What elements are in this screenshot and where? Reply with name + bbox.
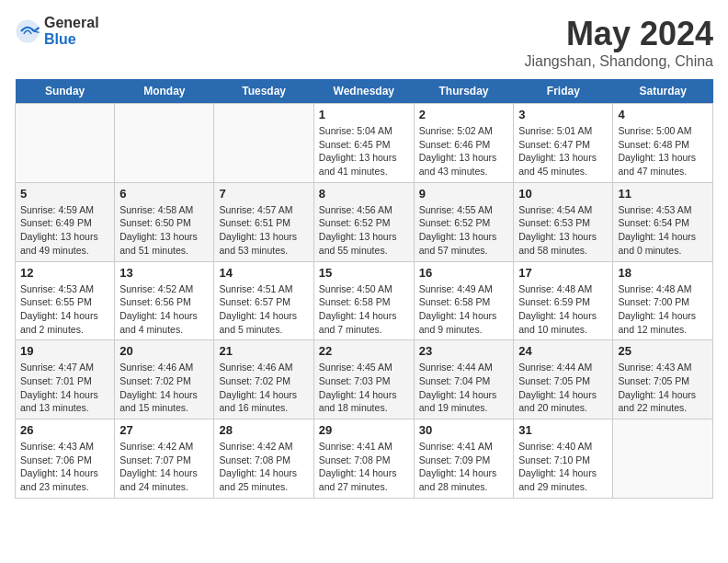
- day-headers-row: SundayMondayTuesdayWednesdayThursdayFrid…: [16, 79, 713, 104]
- cell-info: Sunrise: 4:46 AM Sunset: 7:02 PM Dayligh…: [119, 361, 209, 415]
- cell-info: Sunrise: 4:47 AM Sunset: 7:01 PM Dayligh…: [20, 361, 109, 415]
- cell-info: Sunrise: 4:48 AM Sunset: 6:59 PM Dayligh…: [518, 282, 608, 337]
- cell-info: Sunrise: 4:53 AM Sunset: 6:54 PM Dayligh…: [618, 203, 708, 258]
- cell-info: Sunrise: 4:56 AM Sunset: 6:52 PM Dayligh…: [319, 203, 409, 258]
- calendar-cell: 21Sunrise: 4:46 AM Sunset: 7:02 PM Dayli…: [214, 340, 313, 419]
- date-number: 7: [219, 187, 308, 201]
- logo-general-text: General: [44, 15, 99, 31]
- header: General Blue May 2024 Jiangshan, Shandon…: [15, 15, 713, 70]
- logo-blue-text: Blue: [44, 31, 99, 48]
- date-number: 14: [219, 266, 308, 280]
- week-row-5: 26Sunrise: 4:43 AM Sunset: 7:06 PM Dayli…: [16, 419, 713, 499]
- cell-info: Sunrise: 4:43 AM Sunset: 7:05 PM Dayligh…: [618, 361, 708, 415]
- cell-info: Sunrise: 4:43 AM Sunset: 7:06 PM Dayligh…: [20, 440, 109, 494]
- calendar-cell: 24Sunrise: 4:44 AM Sunset: 7:05 PM Dayli…: [514, 340, 613, 419]
- calendar-cell: 1Sunrise: 5:04 AM Sunset: 6:45 PM Daylig…: [313, 104, 414, 183]
- date-number: 16: [419, 266, 509, 280]
- cell-info: Sunrise: 5:00 AM Sunset: 6:48 PM Dayligh…: [618, 124, 708, 178]
- date-number: 30: [419, 423, 509, 437]
- calendar-cell: 30Sunrise: 4:41 AM Sunset: 7:09 PM Dayli…: [414, 419, 514, 499]
- date-number: 12: [20, 266, 109, 280]
- main-title: May 2024: [525, 15, 714, 53]
- calendar-cell: 8Sunrise: 4:56 AM Sunset: 6:52 PM Daylig…: [313, 182, 414, 261]
- calendar-cell: 19Sunrise: 4:47 AM Sunset: 7:01 PM Dayli…: [16, 340, 115, 419]
- calendar-cell: 9Sunrise: 4:55 AM Sunset: 6:52 PM Daylig…: [414, 182, 514, 261]
- cell-info: Sunrise: 4:57 AM Sunset: 6:51 PM Dayligh…: [219, 203, 308, 258]
- calendar-cell: 6Sunrise: 4:58 AM Sunset: 6:50 PM Daylig…: [115, 182, 214, 261]
- date-number: 22: [319, 344, 409, 358]
- date-number: 28: [219, 423, 308, 437]
- week-row-2: 5Sunrise: 4:59 AM Sunset: 6:49 PM Daylig…: [16, 182, 713, 261]
- calendar-cell: 23Sunrise: 4:44 AM Sunset: 7:04 PM Dayli…: [414, 340, 514, 419]
- calendar-cell: 4Sunrise: 5:00 AM Sunset: 6:48 PM Daylig…: [613, 104, 713, 183]
- calendar-cell: 28Sunrise: 4:42 AM Sunset: 7:08 PM Dayli…: [214, 419, 313, 499]
- cell-info: Sunrise: 4:54 AM Sunset: 6:53 PM Dayligh…: [518, 203, 608, 258]
- cell-info: Sunrise: 4:40 AM Sunset: 7:10 PM Dayligh…: [518, 440, 608, 494]
- title-area: May 2024 Jiangshan, Shandong, China: [525, 15, 714, 70]
- cell-info: Sunrise: 4:41 AM Sunset: 7:09 PM Dayligh…: [419, 440, 509, 494]
- cell-info: Sunrise: 4:51 AM Sunset: 6:57 PM Dayligh…: [219, 282, 308, 337]
- date-number: 5: [20, 187, 109, 201]
- cell-info: Sunrise: 4:42 AM Sunset: 7:07 PM Dayligh…: [119, 440, 209, 494]
- date-number: 23: [419, 344, 509, 358]
- cell-info: Sunrise: 5:01 AM Sunset: 6:47 PM Dayligh…: [518, 124, 608, 178]
- cell-info: Sunrise: 4:59 AM Sunset: 6:49 PM Dayligh…: [20, 203, 109, 258]
- date-number: 24: [518, 344, 608, 358]
- day-header-tuesday: Tuesday: [214, 79, 313, 104]
- day-header-sunday: Sunday: [16, 79, 115, 104]
- cell-info: Sunrise: 4:42 AM Sunset: 7:08 PM Dayligh…: [219, 440, 308, 494]
- calendar-cell: [613, 419, 713, 499]
- calendar-cell: 12Sunrise: 4:53 AM Sunset: 6:55 PM Dayli…: [16, 261, 115, 340]
- cell-info: Sunrise: 4:52 AM Sunset: 6:56 PM Dayligh…: [119, 282, 209, 337]
- calendar-cell: 14Sunrise: 4:51 AM Sunset: 6:57 PM Dayli…: [214, 261, 313, 340]
- date-number: 21: [219, 344, 308, 358]
- logo-icon: [15, 18, 40, 44]
- day-header-saturday: Saturday: [613, 79, 713, 104]
- calendar-cell: 7Sunrise: 4:57 AM Sunset: 6:51 PM Daylig…: [214, 182, 313, 261]
- logo: General Blue: [15, 15, 99, 48]
- date-number: 3: [518, 108, 608, 121]
- date-number: 9: [419, 187, 509, 201]
- calendar-cell: [115, 104, 214, 183]
- date-number: 20: [119, 344, 209, 358]
- date-number: 6: [119, 187, 209, 201]
- date-number: 11: [618, 187, 708, 201]
- date-number: 17: [518, 266, 608, 280]
- date-number: 31: [518, 423, 608, 437]
- calendar-cell: 3Sunrise: 5:01 AM Sunset: 6:47 PM Daylig…: [514, 104, 613, 183]
- cell-info: Sunrise: 4:45 AM Sunset: 7:03 PM Dayligh…: [319, 361, 409, 415]
- date-number: 4: [618, 108, 708, 121]
- cell-info: Sunrise: 4:55 AM Sunset: 6:52 PM Dayligh…: [419, 203, 509, 258]
- cell-info: Sunrise: 4:58 AM Sunset: 6:50 PM Dayligh…: [119, 203, 209, 258]
- date-number: 27: [119, 423, 209, 437]
- date-number: 8: [319, 187, 409, 201]
- date-number: 2: [419, 108, 509, 121]
- calendar-cell: 29Sunrise: 4:41 AM Sunset: 7:08 PM Dayli…: [313, 419, 414, 499]
- week-row-4: 19Sunrise: 4:47 AM Sunset: 7:01 PM Dayli…: [16, 340, 713, 419]
- cell-info: Sunrise: 4:48 AM Sunset: 7:00 PM Dayligh…: [618, 282, 708, 337]
- date-number: 25: [618, 344, 708, 358]
- calendar-cell: [16, 104, 115, 183]
- cell-info: Sunrise: 4:50 AM Sunset: 6:58 PM Dayligh…: [319, 282, 409, 337]
- calendar-table: SundayMondayTuesdayWednesdayThursdayFrid…: [15, 79, 713, 499]
- cell-info: Sunrise: 4:49 AM Sunset: 6:58 PM Dayligh…: [419, 282, 509, 337]
- calendar-cell: 18Sunrise: 4:48 AM Sunset: 7:00 PM Dayli…: [613, 261, 713, 340]
- day-header-monday: Monday: [115, 79, 214, 104]
- day-header-thursday: Thursday: [414, 79, 514, 104]
- calendar-cell: 11Sunrise: 4:53 AM Sunset: 6:54 PM Dayli…: [613, 182, 713, 261]
- calendar-cell: 2Sunrise: 5:02 AM Sunset: 6:46 PM Daylig…: [414, 104, 514, 183]
- calendar-cell: 31Sunrise: 4:40 AM Sunset: 7:10 PM Dayli…: [514, 419, 613, 499]
- subtitle: Jiangshan, Shandong, China: [525, 53, 714, 70]
- day-header-wednesday: Wednesday: [313, 79, 414, 104]
- date-number: 26: [20, 423, 109, 437]
- cell-info: Sunrise: 4:53 AM Sunset: 6:55 PM Dayligh…: [20, 282, 109, 337]
- day-header-friday: Friday: [514, 79, 613, 104]
- calendar-cell: 20Sunrise: 4:46 AM Sunset: 7:02 PM Dayli…: [115, 340, 214, 419]
- calendar-cell: 13Sunrise: 4:52 AM Sunset: 6:56 PM Dayli…: [115, 261, 214, 340]
- calendar-cell: [214, 104, 313, 183]
- calendar-cell: 16Sunrise: 4:49 AM Sunset: 6:58 PM Dayli…: [414, 261, 514, 340]
- calendar-cell: 27Sunrise: 4:42 AM Sunset: 7:07 PM Dayli…: [115, 419, 214, 499]
- cell-info: Sunrise: 5:04 AM Sunset: 6:45 PM Dayligh…: [319, 124, 409, 178]
- calendar-cell: 17Sunrise: 4:48 AM Sunset: 6:59 PM Dayli…: [514, 261, 613, 340]
- cell-info: Sunrise: 4:46 AM Sunset: 7:02 PM Dayligh…: [219, 361, 308, 415]
